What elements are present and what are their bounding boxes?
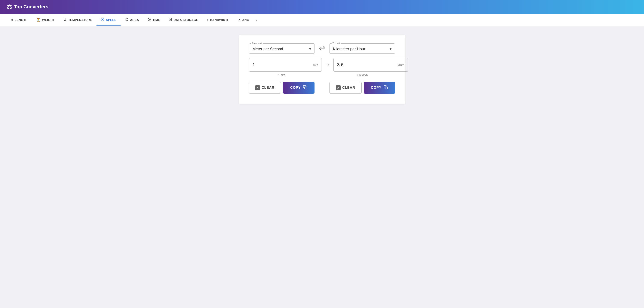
nav-item-ang[interactable]: ∧ ANG — [234, 14, 254, 26]
direction-arrow-icon: → — [325, 62, 330, 68]
nav-item-area[interactable]: AREA — [121, 14, 143, 26]
nav-label-ang: ANG — [242, 18, 249, 22]
from-clear-label: CLEAR — [262, 86, 274, 90]
to-input-wrapper: km/h — [333, 58, 408, 72]
speed-icon — [100, 18, 104, 22]
nav-label-weight: WEIGHT — [42, 18, 55, 22]
svg-point-1 — [102, 19, 103, 20]
to-unit-value: Kilometer per Hour — [333, 47, 365, 51]
nav-item-data-storage[interactable]: DATA STORAGE — [164, 14, 202, 26]
buttons-row: ✕ CLEAR COPY ✕ CLEAR — [249, 82, 395, 94]
to-input[interactable] — [337, 62, 396, 68]
to-unit-select[interactable]: To Unit Kilometer per Hour ▾ — [329, 44, 395, 54]
nav-item-length[interactable]: ⌗ LENGTH — [7, 14, 32, 26]
nav-label-data-storage: DATA STORAGE — [174, 18, 198, 22]
swap-button[interactable] — [318, 45, 326, 52]
nav-item-bandwidth[interactable]: ↕ BANDWIDTH — [202, 14, 234, 26]
nav-item-temperature[interactable]: 🌡 TEMPERATURE — [59, 14, 96, 26]
from-input[interactable] — [252, 62, 311, 68]
converter-card: From unit Meter per Second ▾ To Unit Kil… — [238, 35, 406, 104]
from-copy-icon — [303, 85, 307, 90]
nav-label-length: LENGTH — [15, 18, 28, 22]
to-unit-arrow-icon: ▾ — [390, 47, 392, 51]
labels-row: 1 m/s 3.6 km/h — [249, 73, 395, 76]
to-unit-select-inner[interactable]: Kilometer per Hour ▾ — [332, 45, 392, 52]
time-icon — [148, 18, 151, 22]
from-copy-label: COPY — [290, 86, 301, 90]
logo: ⚖ Top Converters — [7, 4, 48, 10]
header: ⚖ Top Converters — [0, 0, 644, 14]
nav-more-button[interactable]: › — [254, 14, 259, 26]
to-clear-icon: ✕ — [336, 85, 340, 90]
weight-icon: ⏳ — [36, 18, 41, 22]
logo-icon: ⚖ — [7, 4, 12, 10]
from-unit-label: From unit — [251, 42, 263, 44]
from-input-wrapper: m/s — [249, 58, 322, 72]
to-copy-label: COPY — [371, 86, 382, 90]
from-clear-button[interactable]: ✕ CLEAR — [249, 82, 281, 94]
svg-rect-8 — [304, 86, 307, 89]
to-clear-label: CLEAR — [342, 86, 355, 90]
temperature-icon: 🌡 — [63, 18, 67, 22]
nav-label-temperature: TEMPERATURE — [68, 18, 92, 22]
main-nav: ⌗ LENGTH ⏳ WEIGHT 🌡 TEMPERATURE SPEED AR… — [0, 14, 644, 26]
from-unit-value: Meter per Second — [252, 47, 283, 51]
from-input-unit: m/s — [313, 63, 318, 67]
to-copy-icon — [384, 85, 388, 90]
svg-rect-9 — [385, 86, 388, 89]
to-clear-button[interactable]: ✕ CLEAR — [330, 82, 362, 94]
nav-item-time[interactable]: TIME — [143, 14, 164, 26]
bandwidth-icon: ↕ — [207, 18, 208, 22]
to-value-label: 3.6 km/h — [330, 73, 395, 76]
nav-item-weight[interactable]: ⏳ WEIGHT — [32, 14, 59, 26]
to-unit-label: To Unit — [332, 42, 340, 44]
from-value-label: 1 m/s — [249, 73, 314, 76]
ang-icon: ∧ — [238, 18, 241, 22]
to-input-unit: km/h — [398, 63, 404, 67]
area-icon — [125, 18, 128, 22]
nav-label-time: TIME — [152, 18, 160, 22]
from-copy-button[interactable]: COPY — [283, 82, 315, 94]
site-title: Top Converters — [14, 4, 48, 10]
nav-item-speed[interactable]: SPEED — [96, 14, 121, 26]
to-btn-group: ✕ CLEAR COPY — [330, 82, 395, 94]
nav-label-speed: SPEED — [106, 18, 116, 22]
data-storage-icon — [168, 18, 172, 22]
inputs-row: m/s → km/h — [249, 58, 395, 72]
from-clear-icon: ✕ — [255, 85, 260, 90]
length-icon: ⌗ — [11, 18, 13, 22]
nav-label-area: AREA — [130, 18, 139, 22]
from-unit-arrow-icon: ▾ — [309, 47, 311, 51]
from-unit-select-inner[interactable]: Meter per Second ▾ — [252, 45, 312, 52]
to-copy-button[interactable]: COPY — [364, 82, 396, 94]
main-content: From unit Meter per Second ▾ To Unit Kil… — [0, 26, 644, 112]
from-unit-select[interactable]: From unit Meter per Second ▾ — [249, 44, 315, 54]
nav-label-bandwidth: BANDWIDTH — [210, 18, 230, 22]
selectors-row: From unit Meter per Second ▾ To Unit Kil… — [249, 44, 395, 54]
from-btn-group: ✕ CLEAR COPY — [249, 82, 314, 94]
